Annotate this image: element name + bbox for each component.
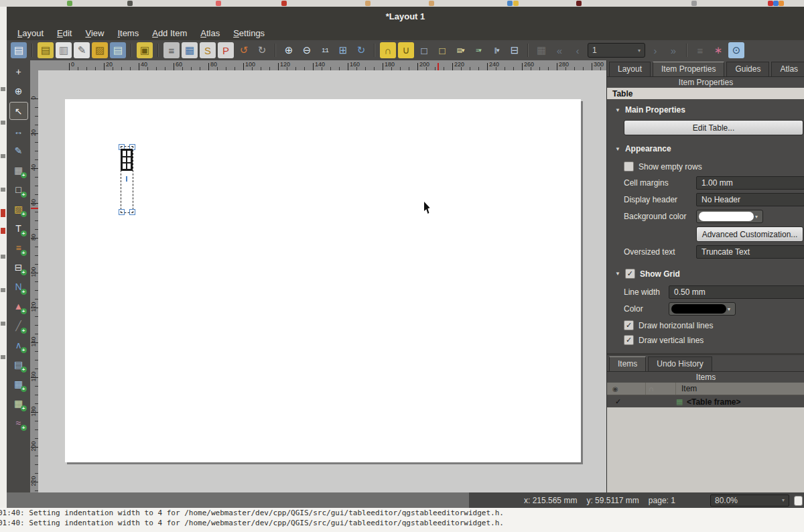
pan-tool-icon[interactable]: +: [10, 63, 27, 80]
add-map-icon[interactable]: ▦: [10, 161, 27, 178]
toolbar-separator: [527, 44, 529, 57]
add-arrow-icon[interactable]: ╱: [10, 317, 27, 334]
redo-icon[interactable]: ↻: [254, 42, 270, 58]
ungroup-items-icon[interactable]: □: [434, 42, 450, 58]
table-row[interactable]: ✓▦<Table frame>: [607, 395, 804, 409]
layout-manager-icon[interactable]: ✎: [74, 42, 90, 58]
zoom-full-icon[interactable]: ⊞: [335, 42, 351, 58]
zoom-level-combobox[interactable]: 80.0% ▾: [710, 494, 789, 507]
undo-icon[interactable]: ↺: [236, 42, 252, 58]
atlas-last-feature-icon[interactable]: »: [665, 42, 681, 58]
appearance-section[interactable]: ▼ Appearance: [607, 137, 804, 157]
atlas-next-feature-icon[interactable]: ›: [647, 42, 663, 58]
resize-handle[interactable]: [119, 209, 125, 215]
page-indicator: page: 1: [649, 496, 675, 505]
background-color-button[interactable]: ▾: [696, 210, 763, 223]
preview-atlas-icon[interactable]: ⊙: [728, 42, 744, 58]
print-atlas-icon[interactable]: ≡: [692, 42, 708, 58]
refresh-view-icon[interactable]: ↻: [353, 42, 369, 58]
resize-items-icon[interactable]: ⊟: [507, 42, 523, 58]
draw-vertical-lines-checkbox[interactable]: [624, 335, 634, 345]
select-move-item-icon[interactable]: ↖: [9, 102, 28, 120]
add-node-item-icon[interactable]: ∧: [10, 336, 27, 353]
add-elevation-profile-icon[interactable]: ≈: [10, 414, 27, 431]
new-layout-icon[interactable]: ▤: [38, 42, 54, 58]
tab-item-properties[interactable]: Item Properties: [653, 62, 724, 76]
export-svg-icon[interactable]: S: [200, 42, 216, 58]
add-items-from-template-icon[interactable]: ▣: [137, 42, 153, 58]
edit-table-button[interactable]: Edit Table...: [624, 120, 803, 135]
zoom-tool-icon[interactable]: ⊕: [10, 82, 27, 99]
menu-layout[interactable]: Layout: [11, 27, 50, 40]
zoom-actual-icon[interactable]: 1:1: [317, 42, 333, 58]
menu-items[interactable]: Items: [111, 27, 145, 40]
items-list-area[interactable]: [607, 407, 804, 492]
resize-handle[interactable]: [129, 209, 135, 215]
print-layout-icon[interactable]: ≡: [163, 42, 180, 58]
menu-add-item[interactable]: Add Item: [145, 27, 194, 40]
line-width-spinbox[interactable]: 0.50 mm: [669, 285, 804, 299]
titlebar[interactable]: *Layout 1: [7, 7, 804, 25]
layout-canvas[interactable]: [38, 70, 606, 492]
tab-guides[interactable]: Guides: [726, 62, 769, 76]
save-project-icon[interactable]: ▤: [11, 42, 27, 58]
add-html-icon[interactable]: ▤: [10, 356, 27, 373]
add-scalebar-icon[interactable]: ⊟: [10, 259, 27, 275]
lock-icon: ∩: [645, 383, 676, 395]
cell-margins-spinbox[interactable]: 1.00 mm: [696, 176, 804, 190]
align-items-icon[interactable]: ≡▾: [470, 42, 486, 58]
export-pdf-icon[interactable]: P: [218, 42, 234, 58]
tab-undo-history[interactable]: Undo History: [648, 356, 712, 371]
add-label-icon[interactable]: T: [10, 220, 27, 237]
lock-selected-items-icon[interactable]: ∩: [380, 42, 396, 58]
zoom-out-icon[interactable]: ⊖: [299, 42, 315, 58]
atlas-settings-icon[interactable]: ▦: [533, 42, 549, 58]
distribute-items-icon[interactable]: ∥▾: [488, 42, 505, 58]
save-as-template-icon[interactable]: ▤: [110, 42, 126, 58]
add-legend-icon[interactable]: ≡: [10, 239, 27, 256]
menu-edit[interactable]: Edit: [50, 27, 78, 40]
draw-horizontal-lines-checkbox[interactable]: [624, 320, 634, 330]
selection-mid-handle[interactable]: [126, 176, 127, 182]
duplicate-layout-icon[interactable]: ▥: [56, 42, 72, 58]
advanced-customization-button[interactable]: Advanced Customization...: [696, 226, 803, 242]
layout-page[interactable]: [65, 99, 581, 462]
add-attribute-table-icon[interactable]: ▦: [10, 375, 27, 392]
group-items-icon[interactable]: □: [416, 42, 432, 58]
unlock-all-items-icon[interactable]: ∪: [398, 42, 414, 58]
atlas-first-feature-icon[interactable]: «: [551, 42, 567, 58]
export-atlas-icon[interactable]: ∗: [710, 42, 726, 58]
zoom-slider-handle[interactable]: [794, 496, 803, 506]
show-grid-checkbox[interactable]: [625, 269, 635, 279]
zoom-in-icon[interactable]: ⊕: [281, 42, 297, 58]
oversized-text-combobox[interactable]: Truncate Text: [696, 245, 804, 259]
tab-atlas[interactable]: Atlas: [771, 62, 804, 76]
right-dock-panel: LayoutItem PropertiesGuidesAtlas Item Pr…: [606, 60, 804, 492]
main-properties-section[interactable]: ▼ Main Properties: [607, 98, 804, 118]
tab-items[interactable]: Items: [609, 356, 646, 371]
menu-atlas[interactable]: Atlas: [194, 27, 226, 40]
add-page-icon[interactable]: □: [10, 181, 27, 198]
desktop-edge-fragment: [1, 188, 5, 192]
add-fixed-table-icon[interactable]: ▦: [10, 395, 27, 411]
menu-settings[interactable]: Settings: [226, 27, 271, 40]
add-shape-icon[interactable]: ▲: [10, 297, 27, 314]
raise-items-icon[interactable]: ▤▾: [452, 42, 468, 58]
edit-nodes-item-icon[interactable]: ✎: [10, 142, 27, 159]
menu-view[interactable]: View: [78, 27, 111, 40]
move-item-content-icon[interactable]: ↔: [10, 123, 27, 139]
display-header-combobox[interactable]: No Header: [696, 193, 804, 206]
open-layout-icon[interactable]: ▨: [92, 42, 108, 58]
line-width-row: Line width 0.50 mm: [624, 285, 804, 299]
show-grid-section[interactable]: ▼ Show Grid: [607, 262, 804, 282]
tab-layout[interactable]: Layout: [609, 62, 651, 76]
atlas-page-combo[interactable]: 1▾: [588, 43, 645, 58]
atlas-previous-feature-icon[interactable]: ‹: [570, 42, 586, 58]
export-image-icon[interactable]: ▦: [182, 42, 198, 58]
add-north-arrow-icon[interactable]: N: [10, 278, 27, 295]
grid-color-button[interactable]: ▾: [669, 302, 736, 316]
visibility-checkbox[interactable]: ✓: [607, 397, 645, 406]
show-empty-rows-checkbox[interactable]: [624, 161, 634, 172]
ruler-label: 240: [489, 61, 499, 68]
add-picture-icon[interactable]: ▨: [10, 200, 27, 217]
